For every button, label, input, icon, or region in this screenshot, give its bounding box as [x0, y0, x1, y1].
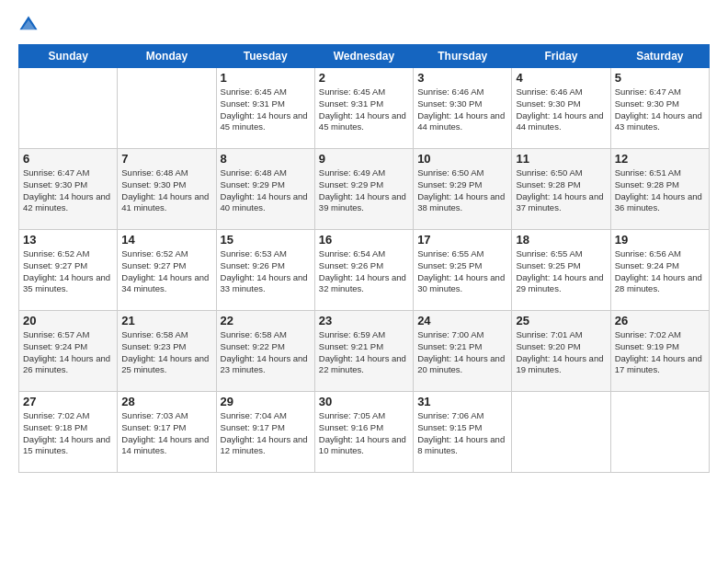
calendar-cell: 21Sunrise: 6:58 AM Sunset: 9:23 PM Dayli… — [118, 311, 216, 392]
calendar-table: SundayMondayTuesdayWednesdayThursdayFrid… — [18, 44, 710, 473]
logo-icon — [18, 15, 39, 35]
day-number: 10 — [417, 152, 507, 166]
day-number: 29 — [221, 395, 311, 408]
weekday-header-wednesday: Wednesday — [314, 45, 413, 68]
day-info: Sunrise: 7:02 AM Sunset: 9:18 PM Dayligh… — [23, 410, 113, 457]
calendar-cell: 19Sunrise: 6:56 AM Sunset: 9:24 PM Dayli… — [610, 230, 709, 311]
day-info: Sunrise: 6:57 AM Sunset: 9:24 PM Dayligh… — [23, 329, 113, 376]
calendar-cell: 31Sunrise: 7:06 AM Sunset: 9:15 PM Dayli… — [414, 392, 512, 473]
day-number: 28 — [121, 395, 211, 408]
day-info: Sunrise: 6:48 AM Sunset: 9:29 PM Dayligh… — [221, 167, 311, 214]
calendar-cell: 28Sunrise: 7:03 AM Sunset: 9:17 PM Dayli… — [118, 392, 216, 473]
day-info: Sunrise: 6:47 AM Sunset: 9:30 PM Dayligh… — [23, 167, 113, 214]
day-number: 4 — [516, 71, 606, 85]
day-number: 3 — [417, 71, 507, 85]
weekday-header-monday: Monday — [118, 45, 216, 68]
calendar-cell — [118, 68, 216, 149]
day-number: 6 — [23, 152, 113, 166]
calendar-cell: 30Sunrise: 7:05 AM Sunset: 9:16 PM Dayli… — [314, 392, 413, 473]
weekday-header-friday: Friday — [512, 45, 610, 68]
page: SundayMondayTuesdayWednesdayThursdayFrid… — [0, 0, 728, 563]
day-number: 9 — [319, 152, 409, 166]
calendar-cell: 7Sunrise: 6:48 AM Sunset: 9:30 PM Daylig… — [118, 149, 216, 230]
day-number: 19 — [615, 233, 705, 247]
calendar-cell: 2Sunrise: 6:45 AM Sunset: 9:31 PM Daylig… — [314, 68, 413, 149]
day-info: Sunrise: 6:50 AM Sunset: 9:28 PM Dayligh… — [516, 167, 606, 214]
day-info: Sunrise: 7:03 AM Sunset: 9:17 PM Dayligh… — [121, 410, 211, 457]
day-number: 15 — [221, 233, 311, 247]
weekday-header-thursday: Thursday — [414, 45, 512, 68]
calendar-cell: 10Sunrise: 6:50 AM Sunset: 9:29 PM Dayli… — [414, 149, 512, 230]
day-info: Sunrise: 6:48 AM Sunset: 9:30 PM Dayligh… — [121, 167, 211, 214]
day-number: 5 — [615, 71, 705, 85]
day-info: Sunrise: 6:55 AM Sunset: 9:25 PM Dayligh… — [516, 248, 606, 295]
weekday-header-row: SundayMondayTuesdayWednesdayThursdayFrid… — [19, 45, 710, 68]
day-info: Sunrise: 6:51 AM Sunset: 9:28 PM Dayligh… — [615, 167, 705, 214]
calendar-cell: 27Sunrise: 7:02 AM Sunset: 9:18 PM Dayli… — [19, 392, 118, 473]
calendar-cell: 16Sunrise: 6:54 AM Sunset: 9:26 PM Dayli… — [314, 230, 413, 311]
day-info: Sunrise: 6:54 AM Sunset: 9:26 PM Dayligh… — [319, 248, 409, 295]
calendar-cell: 20Sunrise: 6:57 AM Sunset: 9:24 PM Dayli… — [19, 311, 118, 392]
calendar-cell: 9Sunrise: 6:49 AM Sunset: 9:29 PM Daylig… — [314, 149, 413, 230]
calendar-cell: 26Sunrise: 7:02 AM Sunset: 9:19 PM Dayli… — [610, 311, 709, 392]
day-number: 26 — [615, 314, 705, 327]
day-number: 2 — [319, 71, 409, 85]
calendar-cell: 29Sunrise: 7:04 AM Sunset: 9:17 PM Dayli… — [216, 392, 314, 473]
day-info: Sunrise: 6:58 AM Sunset: 9:22 PM Dayligh… — [221, 329, 311, 376]
calendar-row-5: 27Sunrise: 7:02 AM Sunset: 9:18 PM Dayli… — [19, 392, 710, 473]
day-number: 7 — [121, 152, 211, 166]
day-number: 16 — [319, 233, 409, 247]
day-info: Sunrise: 7:00 AM Sunset: 9:21 PM Dayligh… — [417, 329, 507, 376]
header — [18, 15, 710, 35]
day-info: Sunrise: 6:47 AM Sunset: 9:30 PM Dayligh… — [615, 86, 705, 133]
day-info: Sunrise: 7:05 AM Sunset: 9:16 PM Dayligh… — [319, 410, 409, 457]
calendar-row-4: 20Sunrise: 6:57 AM Sunset: 9:24 PM Dayli… — [19, 311, 710, 392]
day-info: Sunrise: 6:53 AM Sunset: 9:26 PM Dayligh… — [221, 248, 311, 295]
calendar-cell — [19, 68, 118, 149]
calendar-cell: 18Sunrise: 6:55 AM Sunset: 9:25 PM Dayli… — [512, 230, 610, 311]
calendar-cell: 1Sunrise: 6:45 AM Sunset: 9:31 PM Daylig… — [216, 68, 314, 149]
day-info: Sunrise: 6:45 AM Sunset: 9:31 PM Dayligh… — [319, 86, 409, 133]
day-info: Sunrise: 6:45 AM Sunset: 9:31 PM Dayligh… — [221, 86, 311, 133]
day-number: 8 — [221, 152, 311, 166]
day-number: 31 — [417, 395, 507, 408]
day-number: 14 — [121, 233, 211, 247]
day-info: Sunrise: 6:46 AM Sunset: 9:30 PM Dayligh… — [417, 86, 507, 133]
calendar-row-3: 13Sunrise: 6:52 AM Sunset: 9:27 PM Dayli… — [19, 230, 710, 311]
day-number: 24 — [417, 314, 507, 327]
day-info: Sunrise: 6:58 AM Sunset: 9:23 PM Dayligh… — [121, 329, 211, 376]
weekday-header-sunday: Sunday — [19, 45, 118, 68]
calendar-row-2: 6Sunrise: 6:47 AM Sunset: 9:30 PM Daylig… — [19, 149, 710, 230]
weekday-header-tuesday: Tuesday — [216, 45, 314, 68]
calendar-cell: 14Sunrise: 6:52 AM Sunset: 9:27 PM Dayli… — [118, 230, 216, 311]
calendar-cell: 23Sunrise: 6:59 AM Sunset: 9:21 PM Dayli… — [314, 311, 413, 392]
calendar-cell — [610, 392, 709, 473]
day-number: 25 — [516, 314, 606, 327]
day-info: Sunrise: 6:49 AM Sunset: 9:29 PM Dayligh… — [319, 167, 409, 214]
calendar-cell: 8Sunrise: 6:48 AM Sunset: 9:29 PM Daylig… — [216, 149, 314, 230]
day-number: 23 — [319, 314, 409, 327]
calendar-cell: 3Sunrise: 6:46 AM Sunset: 9:30 PM Daylig… — [414, 68, 512, 149]
day-number: 30 — [319, 395, 409, 408]
calendar-cell: 24Sunrise: 7:00 AM Sunset: 9:21 PM Dayli… — [414, 311, 512, 392]
weekday-header-saturday: Saturday — [610, 45, 709, 68]
day-number: 22 — [221, 314, 311, 327]
logo — [18, 15, 42, 35]
calendar-cell: 4Sunrise: 6:46 AM Sunset: 9:30 PM Daylig… — [512, 68, 610, 149]
calendar-cell: 13Sunrise: 6:52 AM Sunset: 9:27 PM Dayli… — [19, 230, 118, 311]
day-info: Sunrise: 6:55 AM Sunset: 9:25 PM Dayligh… — [417, 248, 507, 295]
day-info: Sunrise: 7:04 AM Sunset: 9:17 PM Dayligh… — [221, 410, 311, 457]
day-info: Sunrise: 6:52 AM Sunset: 9:27 PM Dayligh… — [121, 248, 211, 295]
calendar-row-1: 1Sunrise: 6:45 AM Sunset: 9:31 PM Daylig… — [19, 68, 710, 149]
calendar-cell: 6Sunrise: 6:47 AM Sunset: 9:30 PM Daylig… — [19, 149, 118, 230]
day-number: 18 — [516, 233, 606, 247]
day-info: Sunrise: 6:59 AM Sunset: 9:21 PM Dayligh… — [319, 329, 409, 376]
day-number: 20 — [23, 314, 113, 327]
day-info: Sunrise: 7:06 AM Sunset: 9:15 PM Dayligh… — [417, 410, 507, 457]
day-info: Sunrise: 7:01 AM Sunset: 9:20 PM Dayligh… — [516, 329, 606, 376]
day-info: Sunrise: 6:52 AM Sunset: 9:27 PM Dayligh… — [23, 248, 113, 295]
calendar-cell: 5Sunrise: 6:47 AM Sunset: 9:30 PM Daylig… — [610, 68, 709, 149]
day-info: Sunrise: 7:02 AM Sunset: 9:19 PM Dayligh… — [615, 329, 705, 376]
day-number: 21 — [121, 314, 211, 327]
day-number: 17 — [417, 233, 507, 247]
